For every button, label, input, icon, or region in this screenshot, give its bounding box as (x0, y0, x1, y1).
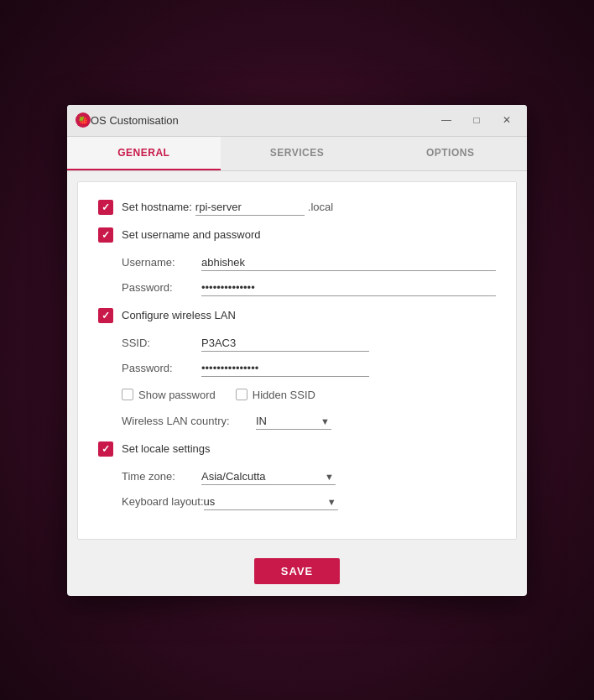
password-input[interactable] (201, 279, 496, 296)
main-window: 🍓 OS Customisation — □ ✕ GENERAL SERVICE… (67, 105, 527, 596)
hostname-section-row: Set hostname: .local (98, 199, 496, 216)
country-select[interactable]: IN US GB (256, 413, 331, 430)
timezone-field-row: Time zone: Asia/Calcutta UTC America/New… (122, 468, 496, 485)
window-title: OS Customisation (91, 114, 435, 127)
wireless-label: Configure wireless LAN (122, 309, 236, 321)
username-input-wrapper (201, 254, 496, 271)
save-button[interactable]: SAVE (254, 558, 340, 584)
hostname-section-label: Set hostname: (122, 201, 192, 213)
ssid-input[interactable] (201, 335, 369, 352)
username-password-section-row: Set username and password (98, 227, 496, 243)
wireless-form: SSID: Password: (122, 335, 496, 377)
show-password-checkbox[interactable] (122, 389, 133, 400)
content-panel: Set hostname: .local Set username and pa… (77, 181, 517, 540)
hostname-checkbox[interactable] (98, 200, 113, 215)
username-field-row: Username: (122, 254, 496, 271)
tab-options[interactable]: OPTIONS (373, 137, 527, 170)
ssid-field-row: SSID: (122, 335, 496, 352)
keyboard-select-wrapper: us gb de ▼ (204, 494, 338, 510)
timezone-label: Time zone: (122, 470, 201, 483)
locale-label: Set locale settings (122, 442, 211, 455)
tab-bar: GENERAL SERVICES OPTIONS (67, 137, 527, 171)
password-input-wrapper (201, 279, 496, 296)
hidden-ssid-checkbox[interactable] (236, 389, 248, 400)
username-password-form: Username: Password: (122, 254, 496, 296)
minimize-button[interactable]: — (435, 111, 458, 129)
password-field-row: Password: (122, 279, 496, 296)
wifi-password-input[interactable] (201, 360, 369, 377)
wifi-password-label: Password: (122, 362, 201, 374)
username-input[interactable] (201, 254, 496, 271)
password-label: Password: (122, 281, 201, 294)
save-area: SAVE (67, 550, 527, 596)
timezone-select-wrapper: Asia/Calcutta UTC America/New_York ▼ (201, 468, 336, 485)
username-label: Username: (122, 256, 201, 269)
show-password-text: Show password (138, 389, 216, 401)
hidden-ssid-text: Hidden SSID (253, 389, 315, 401)
username-password-checkbox[interactable] (98, 227, 113, 243)
hostname-input[interactable] (195, 199, 305, 216)
hidden-ssid-label[interactable]: Hidden SSID (236, 389, 315, 401)
wifi-password-field-row: Password: (122, 360, 496, 377)
close-button[interactable]: ✕ (495, 111, 518, 129)
wifi-options-row: Show password Hidden SSID (122, 389, 496, 401)
hostname-suffix: .local (308, 201, 333, 213)
titlebar: 🍓 OS Customisation — □ ✕ (67, 105, 527, 137)
tab-general[interactable]: GENERAL (67, 137, 221, 170)
country-row: Wireless LAN country: IN US GB ▼ (122, 413, 496, 430)
locale-checkbox[interactable] (98, 441, 113, 457)
maximize-button[interactable]: □ (465, 111, 488, 129)
window-controls: — □ ✕ (435, 111, 518, 129)
locale-form: Time zone: Asia/Calcutta UTC America/New… (122, 468, 496, 510)
timezone-select[interactable]: Asia/Calcutta UTC America/New_York (201, 468, 336, 485)
show-password-label[interactable]: Show password (122, 389, 216, 401)
rpi-icon: 🍓 (76, 112, 91, 128)
wifi-password-input-wrapper (201, 360, 496, 377)
keyboard-label: Keyboard layout: (122, 495, 204, 508)
ssid-label: SSID: (122, 337, 201, 349)
locale-section-row: Set locale settings (98, 441, 496, 457)
country-select-wrapper: IN US GB ▼ (256, 413, 331, 430)
keyboard-select[interactable]: us gb de (204, 494, 338, 510)
wireless-section-row: Configure wireless LAN (98, 308, 496, 323)
tab-services[interactable]: SERVICES (221, 137, 374, 170)
ssid-input-wrapper (201, 335, 496, 352)
country-label: Wireless LAN country: (122, 415, 256, 427)
username-password-label: Set username and password (122, 228, 260, 241)
wireless-checkbox[interactable] (98, 308, 113, 323)
keyboard-field-row: Keyboard layout: us gb de ▼ (122, 494, 496, 510)
